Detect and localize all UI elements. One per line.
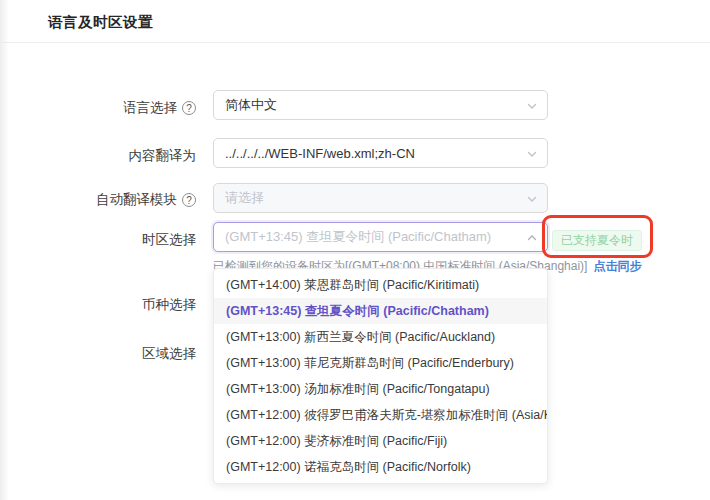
timezone-select-value: (GMT+13:45) 查坦夏令时间 (Pacific/Chatham) (225, 228, 491, 246)
auto-translate-label-text: 自动翻译模块 (96, 191, 177, 209)
currency-label-text: 币种选择 (142, 296, 196, 314)
timezone-option[interactable]: (GMT+12:00) 诺福克岛时间 (Pacific/Norfolk) (214, 454, 547, 480)
chevron-down-icon (526, 100, 538, 115)
dst-supported-badge: 已支持夏令时 (552, 230, 642, 251)
timezone-option[interactable]: (GMT+13:00) 新西兰夏令时间 (Pacific/Auckland) (214, 324, 547, 350)
language-label-text: 语言选择 (123, 99, 177, 117)
page-edge-shadow (0, 0, 9, 500)
timezone-option[interactable]: (GMT+12:00) 斐济标准时间 (Pacific/Fiji) (214, 428, 547, 454)
currency-label: 币种选择 (30, 296, 196, 314)
region-label-text: 区域选择 (142, 345, 196, 363)
timezone-dropdown-panel: (GMT+14:00) 莱恩群岛时间 (Pacific/Kiritimati) … (213, 268, 548, 484)
chevron-down-icon (526, 148, 538, 163)
auto-translate-placeholder: 请选择 (225, 189, 264, 207)
language-select[interactable]: 简体中文 (213, 90, 548, 120)
timezone-option[interactable]: (GMT+13:00) 菲尼克斯群岛时间 (Pacific/Enderbury) (214, 350, 547, 376)
timezone-option[interactable]: (GMT+12:00) 彼得罗巴甫洛夫斯克-堪察加标准时间 (Asia/Kamc… (214, 402, 547, 428)
help-icon[interactable]: ? (182, 193, 196, 207)
timezone-option-selected[interactable]: (GMT+13:45) 查坦夏令时间 (Pacific/Chatham) (214, 298, 547, 324)
timezone-label-text: 时区选择 (142, 231, 196, 249)
content-translate-select[interactable]: ../../../../WEB-INF/web.xml;zh-CN (213, 138, 548, 168)
auto-translate-select[interactable]: 请选择 (213, 183, 548, 213)
timezone-option[interactable]: (GMT+14:00) 莱恩群岛时间 (Pacific/Kiritimati) (214, 272, 547, 298)
timezone-option[interactable]: (GMT+13:00) 汤加标准时间 (Pacific/Tongatapu) (214, 376, 547, 402)
chevron-up-icon (526, 232, 538, 247)
language-timezone-settings-page: 语言及时区设置 语言选择 ? 简体中文 内容翻译为 ../../../../WE… (0, 0, 710, 500)
page-title: 语言及时区设置 (48, 13, 153, 32)
header-divider (0, 42, 710, 43)
chevron-down-icon (526, 193, 538, 208)
content-translate-value: ../../../../WEB-INF/web.xml;zh-CN (225, 146, 415, 161)
timezone-label: 时区选择 (30, 231, 196, 249)
help-icon[interactable]: ? (182, 101, 196, 115)
language-label: 语言选择 ? (30, 99, 196, 117)
content-translate-label: 内容翻译为 (30, 147, 196, 165)
content-translate-label-text: 内容翻译为 (129, 147, 197, 165)
timezone-select[interactable]: (GMT+13:45) 查坦夏令时间 (Pacific/Chatham) (213, 222, 548, 252)
region-label: 区域选择 (30, 345, 196, 363)
sync-timezone-link[interactable]: 点击同步 (593, 259, 641, 273)
auto-translate-label: 自动翻译模块 ? (30, 191, 196, 209)
language-select-value: 简体中文 (225, 96, 277, 114)
